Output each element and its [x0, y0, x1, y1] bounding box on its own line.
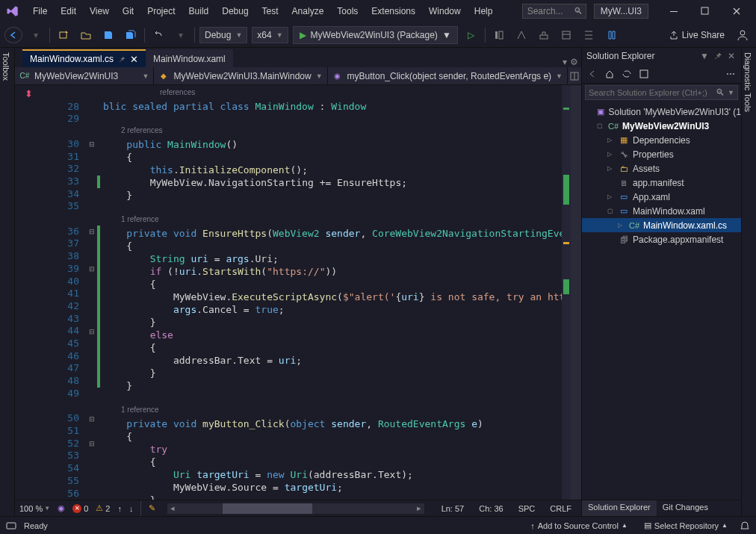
zoom-combo[interactable]: 100 % ▼	[19, 504, 50, 513]
panel-options-button[interactable]: ▼	[699, 51, 710, 61]
title-search-box[interactable]: Search... 🔍︎	[522, 4, 586, 19]
indent-indicator[interactable]: SPC	[513, 502, 541, 515]
overview-ruler[interactable]	[562, 85, 571, 500]
redo-button[interactable]: ▾	[172, 26, 190, 44]
chevron-down-icon[interactable]: ▼	[728, 89, 734, 96]
tool-step-1[interactable]	[490, 26, 508, 44]
eol-indicator[interactable]: CRLF	[545, 502, 577, 515]
new-item-button[interactable]	[55, 26, 72, 44]
panel-close-button[interactable]: ✕	[726, 51, 737, 61]
platform-combo[interactable]: x64 ▼	[252, 27, 288, 43]
notifications-button[interactable]	[740, 521, 750, 531]
tree-app-xaml[interactable]: ▷ ▭ App.xaml	[582, 190, 741, 204]
sln-more-button[interactable]: ⋯	[723, 66, 738, 81]
save-button[interactable]	[99, 26, 117, 44]
menu-view[interactable]: View	[84, 3, 115, 19]
nav-class-combo[interactable]: ◆ MyWebView2WinUI3.MainWindow ▼	[154, 67, 327, 84]
toolbox-panel-tab[interactable]: Toolbox	[0, 48, 15, 516]
brush-icon[interactable]: ✎	[149, 503, 155, 513]
tree-app-manifest[interactable]: 🗎 app.manifest	[582, 176, 741, 190]
tool-step-3[interactable]	[535, 26, 553, 44]
solution-search-input[interactable]	[589, 88, 716, 97]
no-issues-icon[interactable]: ◉	[58, 503, 65, 513]
tab-overflow-button[interactable]: ▾	[563, 57, 567, 67]
menu-analyze[interactable]: Analyze	[286, 3, 330, 19]
title-app-name[interactable]: MyW...UI3	[594, 4, 648, 19]
codelens[interactable]: 1 reference	[100, 406, 562, 418]
nav-up-button[interactable]: ↑	[117, 504, 122, 513]
tree-solution-node[interactable]: ▣ Solution 'MyWebView2WinUI3' (1	[582, 105, 741, 119]
codelens[interactable]: 2 references	[100, 126, 562, 139]
outlining-margin[interactable]: ⊟⊟⊟⊟⊟⊟	[87, 85, 97, 500]
menu-edit[interactable]: Edit	[55, 3, 82, 19]
sln-home-button[interactable]	[602, 66, 617, 81]
tool-step-5[interactable]	[580, 26, 598, 44]
sln-filter-button[interactable]	[636, 66, 651, 81]
menu-git[interactable]: Git	[117, 3, 140, 19]
tool-step-2[interactable]	[512, 26, 530, 44]
solution-tree[interactable]: ▣ Solution 'MyWebView2WinUI3' (1 ▢ C# My…	[582, 102, 741, 500]
close-tab-button[interactable]: ✕	[130, 54, 138, 65]
warnings-badge[interactable]: ⚠ 2	[96, 503, 110, 513]
minimize-button[interactable]	[659, 2, 689, 20]
column-indicator[interactable]: Ch: 36	[474, 502, 508, 515]
expand-icon[interactable]: ▷	[607, 137, 615, 143]
codelens[interactable]: references	[100, 88, 562, 101]
menu-project[interactable]: Project	[141, 3, 181, 19]
menu-window[interactable]: Window	[423, 3, 467, 19]
sln-sync-button[interactable]	[619, 66, 634, 81]
solution-search-box[interactable]: 🔍︎ ▼	[585, 85, 738, 100]
expand-icon[interactable]: ▢	[607, 208, 615, 214]
vertical-scrollbar[interactable]	[571, 85, 581, 500]
code-text-area[interactable]: references blic sealed partial class Mai…	[100, 85, 562, 500]
maximize-button[interactable]	[690, 2, 720, 20]
select-repository-button[interactable]: ▤ Select Repository ▲	[639, 519, 732, 532]
tree-dependencies[interactable]: ▷ ▦ Dependencies	[582, 133, 741, 147]
line-indicator[interactable]: Ln: 57	[436, 502, 470, 515]
nav-member-combo[interactable]: ◉ myButton_Click(object sender, RoutedEv…	[328, 67, 568, 84]
menu-help[interactable]: Help	[468, 3, 499, 19]
track-changes-icon[interactable]: ⬍	[25, 88, 33, 99]
add-source-control-button[interactable]: ↑ Add to Source Control ▲	[526, 520, 632, 532]
code-editor[interactable]: ⬍ 28293031323334353637383940414243444546…	[15, 85, 581, 500]
expand-icon[interactable]: ▷	[607, 193, 615, 200]
menu-tools[interactable]: Tools	[331, 3, 364, 19]
back-button[interactable]	[4, 27, 22, 43]
undo-button[interactable]	[149, 26, 167, 44]
output-icon[interactable]	[6, 521, 16, 531]
open-button[interactable]	[77, 26, 95, 44]
diagnostic-tools-tab[interactable]: Diagnostic Tools	[741, 48, 756, 516]
menu-file[interactable]: File	[27, 3, 53, 19]
start-without-debug-button[interactable]: ▷	[462, 26, 480, 44]
live-share-button[interactable]: Live Share	[664, 30, 729, 40]
tree-properties[interactable]: ▷ 🔧︎ Properties	[582, 147, 741, 161]
forward-button[interactable]: ▾	[27, 26, 45, 44]
errors-badge[interactable]: ✕ 0	[72, 504, 88, 513]
tab-settings-button[interactable]: ⚙	[570, 57, 578, 67]
codelens[interactable]: 1 reference	[100, 215, 562, 228]
close-button[interactable]	[722, 2, 752, 20]
tool-step-6[interactable]	[602, 26, 620, 44]
tree-project-node[interactable]: ▢ C# MyWebView2WinUI3	[582, 119, 741, 133]
nav-project-combo[interactable]: C# MyWebView2WinUI3 ▼	[15, 67, 154, 84]
config-combo[interactable]: Debug ▼	[199, 27, 247, 43]
start-debug-button[interactable]: ▶ MyWebView2WinUI3 (Package) ▼	[293, 26, 458, 44]
tab-mainwindow-xaml[interactable]: MainWindow.xaml	[146, 49, 233, 67]
tree-mainwindow-cs[interactable]: ▷ C# MainWindow.xaml.cs	[582, 218, 741, 232]
tree-assets[interactable]: ▷ 🗀 Assets	[582, 161, 741, 176]
menu-debug[interactable]: Debug	[216, 3, 254, 19]
panel-tab-solution[interactable]: Solution Explorer	[582, 500, 657, 516]
menu-build[interactable]: Build	[183, 3, 215, 19]
nav-split-button[interactable]	[568, 72, 581, 81]
expand-icon[interactable]: ▷	[607, 165, 615, 172]
pin-icon[interactable]: 📌︎	[118, 55, 126, 63]
tree-package-manifest[interactable]: 🗐 Package.appxmanifest	[582, 232, 741, 246]
account-button[interactable]	[734, 26, 752, 44]
expand-icon[interactable]: ▢	[597, 122, 604, 129]
tab-mainwindow-cs[interactable]: MainWindow.xaml.cs 📌︎ ✕	[22, 49, 146, 67]
tree-mainwindow-xaml[interactable]: ▢ ▭ MainWindow.xaml	[582, 204, 741, 218]
sln-back-button[interactable]	[585, 66, 600, 81]
panel-tab-git[interactable]: Git Changes	[657, 500, 714, 516]
horizontal-scrollbar[interactable]: ◂ ▸	[167, 503, 424, 514]
save-all-button[interactable]	[122, 26, 140, 44]
